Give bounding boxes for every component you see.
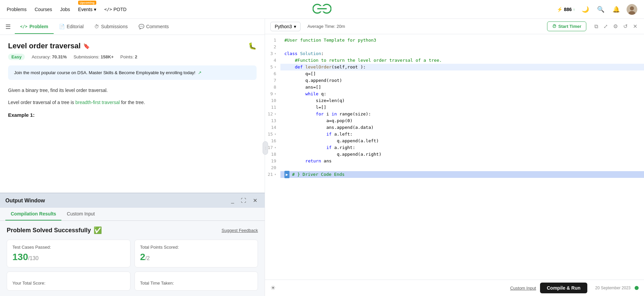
settings-button[interactable]: ⚙ [612,22,619,31]
output-tabs: Compilation Results Custom Input [0,208,265,221]
problem-content: Level order traversal 🔖 🐛 Easy Accuracy:… [0,35,265,193]
nav-potd[interactable]: </> POTD [104,7,126,12]
events-label: Events [78,7,93,12]
language-selector[interactable]: Python3 ▾ [270,22,301,31]
dsa-banner[interactable]: Join the most popular course on DSA. Mas… [8,65,257,80]
ln-11: 11 [265,104,280,111]
compile-run-button[interactable]: Compile & Run [540,283,587,293]
tab-compilation-results[interactable]: Compilation Results [5,208,61,220]
nav-problems[interactable]: Problems [7,7,26,12]
ln-12: 12▾ [265,111,280,117]
minimize-button[interactable]: _ [229,197,236,204]
code-line-7: q.append(root) [280,77,644,84]
submission-date: 20 September 2023 [595,286,631,290]
code-line-10: size=len(q) [280,97,644,104]
nav-jobs[interactable]: Jobs [60,7,70,12]
code-line-6: q=[] [280,70,644,77]
editorial-icon: 📄 [59,24,65,29]
output-window-title: Output Window [5,198,226,204]
problem-subnav: ☰ </> Problem 📄 Editorial ⏱ Submissions … [0,19,265,35]
test-cases-label: Test Cases Passed: [12,245,125,250]
score-label: Your Total Score: [12,281,125,286]
maximize-button[interactable]: ⛶ [239,197,248,204]
close-editor-button[interactable]: ✕ [632,22,639,31]
editor-toolbar: Python3 ▾ Average Time: 20m ⏱ Start Time… [265,19,644,34]
search-button[interactable]: 🔍 [596,4,606,14]
divider-dots: ⋮ [264,146,267,150]
code-line-11: l=[] [280,104,644,111]
main-layout: ☰ </> Problem 📄 Editorial ⏱ Submissions … [0,19,644,296]
nav-left: Problems Courses Jobs Upcoming Events ▾ … [7,7,126,12]
submissions-label: Submissions [101,24,127,29]
scroll-pill [635,286,639,290]
points-scored: 2 [140,252,146,262]
dark-mode-toggle[interactable]: 🌙 [580,4,590,14]
top-navigation: Problems Courses Jobs Upcoming Events ▾ … [0,0,644,19]
code-text[interactable]: #User function Template for python3 clas… [280,34,644,280]
code-line-4: #Function to return the level order trav… [280,57,644,64]
copy-code-button[interactable]: ⧉ [593,22,599,31]
upcoming-badge: Upcoming [78,1,96,5]
ln-4: 4 [265,57,280,64]
test-cases-value: 130/130 [12,252,125,262]
tab-submissions[interactable]: ⏱ Submissions [89,20,133,34]
editor-actions: ⧉ ⤢ ⚙ ↺ ✕ [593,22,639,31]
start-timer-button[interactable]: ⏱ Start Timer [547,21,586,31]
output-window: Output Window _ ⛶ ✕ Compilation Results … [0,193,265,296]
fullscreen-button[interactable]: ⤢ [602,22,609,31]
ln-1: 1 [265,37,280,44]
language-label: Python3 [275,24,292,29]
tab-custom-input[interactable]: Custom Input [61,208,100,220]
editorial-label: Editorial [67,24,84,29]
comments-icon: 💬 [139,24,144,29]
panel-divider[interactable]: ⋮ [263,141,268,155]
custom-input-link[interactable]: Custom Input [510,286,536,291]
ln-15: 15▾ [265,131,280,138]
tab-comments[interactable]: 💬 Comments [133,20,174,34]
bug-icon[interactable]: 🐛 [248,42,257,50]
time-label: Total Time Taken: [140,281,253,286]
hamburger-icon[interactable]: ☰ [5,23,11,31]
comments-label: Comments [146,24,169,29]
problem-description-2: Level order traversal of a tree is bread… [8,99,257,107]
nav-events[interactable]: Upcoming Events ▾ [78,7,96,12]
close-button[interactable]: ✕ [251,197,259,204]
user-avatar[interactable] [627,4,637,15]
ln-10: 10 [265,97,280,104]
ln-6: 6 [265,70,280,77]
suggest-feedback-link[interactable]: Suggest Feedback [222,228,258,233]
code-line-9: while q: [280,91,644,97]
code-line-18: q.append(a.right) [280,151,644,158]
ln-8: 8 [265,84,280,91]
notifications-button[interactable]: 🔔 [611,4,621,14]
scroll-indicator [635,286,639,290]
code-lines-container: 1 2 3▾ 4 5▾ 6 7 8 9▾ 10 11 12▾ 13 14 15▾… [265,34,644,280]
success-title: Problem Solved Successfully [7,227,91,234]
code-editor-body[interactable]: 1 2 3▾ 4 5▾ 6 7 8 9▾ 10 11 12▾ 13 14 15▾… [265,34,644,280]
code-line-19: return ans [280,158,644,164]
reset-button[interactable]: ↺ [622,22,629,31]
code-line-21: ▶ # } Driver Code Ends [280,171,644,178]
bookmark-icon[interactable]: 🔖 [83,43,90,49]
banner-text: Join the most popular course on DSA. Mas… [14,70,195,75]
test-cases-total: /130 [28,255,39,261]
points-value: 2/2 [140,252,253,262]
submissions-icon: ⏱ [94,24,99,29]
tab-editorial[interactable]: 📄 Editorial [54,20,89,34]
test-cases-passed: 130 [12,252,28,262]
example-title: Example 1: [8,112,257,118]
ln-21: 21▾ [265,171,280,178]
bfs-link[interactable]: breadth-first traversal [75,100,120,105]
difficulty-badge: Easy [8,54,25,60]
avg-time: Average Time: 20m [307,24,345,29]
desc2-text: Level order traversal of a tree is [8,100,74,105]
site-logo[interactable] [313,3,331,16]
code-line-16: q.append(a.left) [280,138,644,144]
driver-marker: ▶ [284,171,289,178]
code-line-15: if a.left: [280,131,644,138]
theme-toggle-button[interactable]: ☀ [270,284,276,292]
nav-courses[interactable]: Courses [35,7,52,12]
lightning-icon: ⚡ [557,7,562,12]
tab-problem[interactable]: </> Problem [15,20,54,34]
lang-chevron-icon: ▾ [294,24,296,29]
